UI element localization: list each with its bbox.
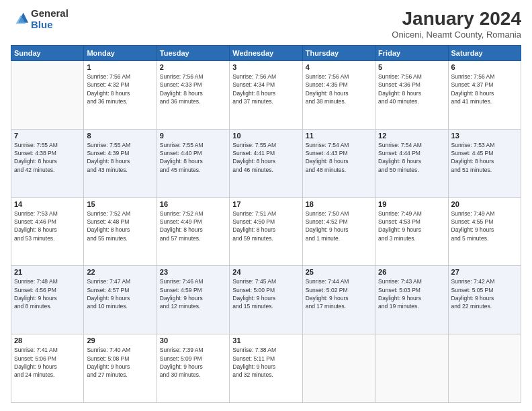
day-number: 10 [232, 132, 299, 140]
logo-text: General Blue [31, 8, 69, 30]
day-number: 27 [451, 268, 518, 276]
logo-blue-label: Blue [31, 19, 69, 31]
day-number: 11 [306, 132, 372, 140]
day-info: Sunrise: 7:45 AM Sunset: 5:00 PM Dayligh… [232, 277, 299, 310]
calendar-week-row: 14Sunrise: 7:53 AM Sunset: 4:46 PM Dayli… [11, 197, 521, 266]
day-info: Sunrise: 7:56 AM Sunset: 4:32 PM Dayligh… [87, 73, 153, 105]
day-info: Sunrise: 7:52 AM Sunset: 4:48 PM Dayligh… [87, 210, 153, 242]
day-number: 12 [378, 132, 445, 140]
table-row: 14Sunrise: 7:53 AM Sunset: 4:46 PM Dayli… [11, 197, 84, 266]
day-info: Sunrise: 7:54 AM Sunset: 4:44 PM Dayligh… [378, 141, 445, 174]
col-thursday: Thursday [302, 46, 375, 61]
table-row: 20Sunrise: 7:49 AM Sunset: 4:55 PM Dayli… [448, 197, 521, 266]
calendar-week-row: 7Sunrise: 7:55 AM Sunset: 4:38 PM Daylig… [11, 129, 521, 197]
day-info: Sunrise: 7:49 AM Sunset: 4:53 PM Dayligh… [378, 210, 445, 242]
table-row: 22Sunrise: 7:47 AM Sunset: 4:57 PM Dayli… [84, 266, 157, 334]
table-row: 19Sunrise: 7:49 AM Sunset: 4:53 PM Dayli… [375, 197, 448, 266]
header: General Blue January 2024 Oniceni, Neamt… [11, 8, 521, 40]
table-row: 3Sunrise: 7:56 AM Sunset: 4:34 PM Daylig… [230, 61, 302, 130]
table-row: 17Sunrise: 7:51 AM Sunset: 4:50 PM Dayli… [230, 197, 302, 266]
table-row: 10Sunrise: 7:55 AM Sunset: 4:41 PM Dayli… [230, 129, 302, 197]
table-row: 2Sunrise: 7:56 AM Sunset: 4:33 PM Daylig… [157, 61, 229, 130]
day-info: Sunrise: 7:55 AM Sunset: 4:41 PM Dayligh… [232, 141, 299, 174]
table-row: 7Sunrise: 7:55 AM Sunset: 4:38 PM Daylig… [11, 129, 84, 197]
day-info: Sunrise: 7:51 AM Sunset: 4:50 PM Dayligh… [232, 210, 299, 242]
day-number: 4 [306, 63, 372, 71]
day-number: 25 [306, 268, 372, 276]
day-number: 29 [87, 336, 153, 345]
logo: General Blue [11, 8, 69, 30]
logo-general-label: General [31, 8, 69, 19]
table-row: 6Sunrise: 7:56 AM Sunset: 4:37 PM Daylig… [448, 61, 521, 130]
table-row: 9Sunrise: 7:55 AM Sunset: 4:40 PM Daylig… [157, 129, 229, 197]
day-info: Sunrise: 7:43 AM Sunset: 5:03 PM Dayligh… [378, 277, 445, 310]
table-row: 13Sunrise: 7:53 AM Sunset: 4:45 PM Dayli… [448, 129, 521, 197]
day-number: 5 [378, 63, 445, 71]
table-row: 18Sunrise: 7:50 AM Sunset: 4:52 PM Dayli… [302, 197, 375, 266]
day-info: Sunrise: 7:39 AM Sunset: 5:09 PM Dayligh… [160, 346, 226, 379]
col-tuesday: Tuesday [157, 46, 229, 61]
day-info: Sunrise: 7:47 AM Sunset: 4:57 PM Dayligh… [87, 277, 153, 310]
day-info: Sunrise: 7:56 AM Sunset: 4:37 PM Dayligh… [451, 73, 518, 105]
day-info: Sunrise: 7:55 AM Sunset: 4:40 PM Dayligh… [160, 141, 226, 174]
day-number: 18 [306, 200, 372, 208]
col-sunday: Sunday [11, 46, 84, 61]
day-number: 15 [87, 200, 153, 208]
title-location: Oniceni, Neamt County, Romania [392, 30, 521, 40]
day-number: 28 [14, 336, 81, 345]
table-row: 8Sunrise: 7:55 AM Sunset: 4:39 PM Daylig… [84, 129, 157, 197]
table-row: 1Sunrise: 7:56 AM Sunset: 4:32 PM Daylig… [84, 61, 157, 130]
calendar-week-row: 1Sunrise: 7:56 AM Sunset: 4:32 PM Daylig… [11, 61, 521, 130]
day-number: 26 [378, 268, 445, 276]
calendar-week-row: 28Sunrise: 7:41 AM Sunset: 5:06 PM Dayli… [11, 334, 521, 403]
day-info: Sunrise: 7:53 AM Sunset: 4:45 PM Dayligh… [451, 141, 518, 174]
day-number: 13 [451, 132, 518, 140]
day-info: Sunrise: 7:44 AM Sunset: 5:02 PM Dayligh… [306, 277, 372, 310]
day-number: 1 [87, 63, 153, 71]
day-info: Sunrise: 7:56 AM Sunset: 4:33 PM Dayligh… [160, 73, 226, 105]
table-row: 28Sunrise: 7:41 AM Sunset: 5:06 PM Dayli… [11, 334, 84, 403]
day-info: Sunrise: 7:52 AM Sunset: 4:49 PM Dayligh… [160, 210, 226, 242]
day-number: 30 [160, 336, 226, 345]
day-number: 8 [87, 132, 153, 140]
table-row: 24Sunrise: 7:45 AM Sunset: 5:00 PM Dayli… [230, 266, 302, 334]
day-number: 2 [160, 63, 226, 71]
day-info: Sunrise: 7:41 AM Sunset: 5:06 PM Dayligh… [14, 346, 81, 379]
table-row: 15Sunrise: 7:52 AM Sunset: 4:48 PM Dayli… [84, 197, 157, 266]
table-row: 25Sunrise: 7:44 AM Sunset: 5:02 PM Dayli… [302, 266, 375, 334]
day-info: Sunrise: 7:54 AM Sunset: 4:43 PM Dayligh… [306, 141, 372, 174]
day-info: Sunrise: 7:55 AM Sunset: 4:39 PM Dayligh… [87, 141, 153, 174]
calendar-week-row: 21Sunrise: 7:48 AM Sunset: 4:56 PM Dayli… [11, 266, 521, 334]
col-wednesday: Wednesday [230, 46, 302, 61]
day-number: 17 [232, 200, 299, 208]
page: General Blue January 2024 Oniceni, Neamt… [0, 0, 532, 411]
day-info: Sunrise: 7:40 AM Sunset: 5:08 PM Dayligh… [87, 346, 153, 379]
day-info: Sunrise: 7:46 AM Sunset: 4:59 PM Dayligh… [160, 277, 226, 310]
table-row: 16Sunrise: 7:52 AM Sunset: 4:49 PM Dayli… [157, 197, 229, 266]
day-info: Sunrise: 7:56 AM Sunset: 4:36 PM Dayligh… [378, 73, 445, 105]
col-friday: Friday [375, 46, 448, 61]
day-info: Sunrise: 7:50 AM Sunset: 4:52 PM Dayligh… [306, 210, 372, 242]
day-number: 6 [451, 63, 518, 71]
table-row: 12Sunrise: 7:54 AM Sunset: 4:44 PM Dayli… [375, 129, 448, 197]
table-row [302, 334, 375, 403]
day-number: 20 [451, 200, 518, 208]
table-row: 4Sunrise: 7:56 AM Sunset: 4:35 PM Daylig… [302, 61, 375, 130]
table-row: 29Sunrise: 7:40 AM Sunset: 5:08 PM Dayli… [84, 334, 157, 403]
day-info: Sunrise: 7:56 AM Sunset: 4:34 PM Dayligh… [232, 73, 299, 105]
day-number: 16 [160, 200, 226, 208]
day-number: 14 [14, 200, 81, 208]
day-number: 23 [160, 268, 226, 276]
col-saturday: Saturday [448, 46, 521, 61]
table-row: 26Sunrise: 7:43 AM Sunset: 5:03 PM Dayli… [375, 266, 448, 334]
title-block: January 2024 Oniceni, Neamt County, Roma… [392, 8, 521, 40]
table-row: 27Sunrise: 7:42 AM Sunset: 5:05 PM Dayli… [448, 266, 521, 334]
table-row: 31Sunrise: 7:38 AM Sunset: 5:11 PM Dayli… [230, 334, 302, 403]
day-info: Sunrise: 7:49 AM Sunset: 4:55 PM Dayligh… [451, 210, 518, 242]
day-number: 3 [232, 63, 299, 71]
day-number: 9 [160, 132, 226, 140]
title-month: January 2024 [392, 8, 521, 30]
day-info: Sunrise: 7:48 AM Sunset: 4:56 PM Dayligh… [14, 277, 81, 310]
day-number: 24 [232, 268, 299, 276]
day-info: Sunrise: 7:56 AM Sunset: 4:35 PM Dayligh… [306, 73, 372, 105]
